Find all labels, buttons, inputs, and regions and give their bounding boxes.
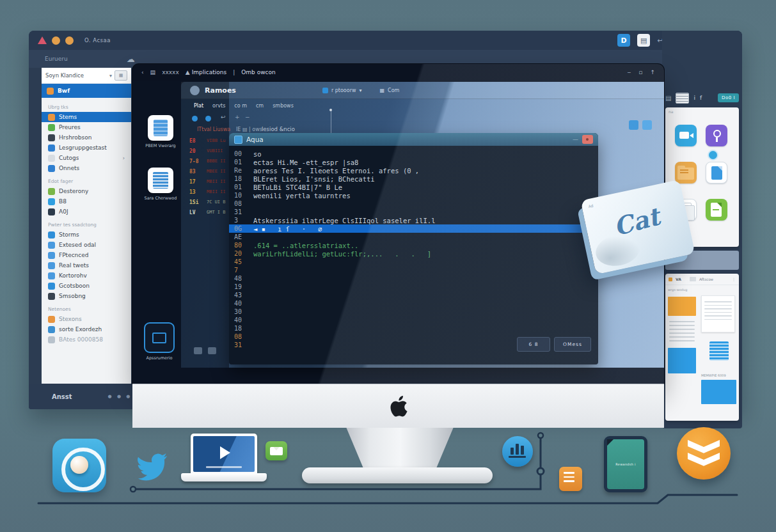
rail-action-button[interactable]: Do0 I [718, 93, 739, 102]
code-line[interactable]: 18 [229, 324, 598, 332]
error-row[interactable]: 13 MBII II [189, 187, 226, 197]
desktop-app-icon[interactable]: Apssrumerio [141, 322, 177, 361]
sidebar-item[interactable]: Gcotsboon [42, 281, 131, 291]
minimize-icon[interactable]: — [573, 136, 578, 143]
plus-icon[interactable]: + [235, 114, 240, 120]
error-row[interactable]: 83 MBEE II [189, 166, 226, 176]
sidebar-item[interactable]: Stems [42, 112, 131, 122]
preview-column-left[interactable]: wrgs-wodug [668, 288, 696, 373]
close-traffic-light[interactable] [38, 36, 47, 44]
menubar-item[interactable]: Implications [192, 69, 227, 75]
green-file-icon[interactable] [706, 199, 727, 221]
code-line[interactable]: 10 weenili yertla taurntres [229, 191, 598, 199]
list-app-icon[interactable]: ▤ [637, 34, 650, 47]
code-line[interactable]: Re aoress Tes I. Ileoets Eternoi. afres … [229, 166, 598, 175]
code-line[interactable]: AE [229, 233, 598, 241]
play-icon[interactable] [220, 446, 230, 459]
download-chevron-badge[interactable] [677, 427, 731, 480]
tablet-device-icon[interactable]: Rewandsh i [604, 436, 647, 492]
breadcrumb[interactable]: ITtval Liuswa [197, 127, 230, 132]
code-line[interactable]: 20 wariLrhfLidelLi; getLuc:flr;,... . . … [229, 249, 598, 258]
toolbar-link[interactable]: ▦ Com [380, 88, 400, 93]
twitter-bird-icon[interactable] [134, 450, 173, 484]
sidebar-item[interactable]: Stexons [42, 314, 131, 324]
blue-square-button[interactable] [629, 120, 638, 130]
sidebar-item[interactable]: A0J [42, 207, 131, 217]
code-line[interactable]: 48 [229, 274, 598, 283]
finder-tab[interactable]: Plat [194, 103, 203, 109]
finder-tab[interactable]: cm [256, 103, 264, 109]
preview-column-right[interactable]: MEMWPIE 6009 [701, 288, 736, 404]
error-row[interactable]: 7-8 BBBE II [189, 156, 226, 166]
sidebar-item[interactable]: Hrshrobson [42, 132, 131, 143]
code-line[interactable]: 43 [229, 291, 598, 299]
error-row[interactable]: 1Si 7C UI B [189, 197, 226, 207]
code-line[interactable]: 01 BETuLBi STC4BI|7" B Le [229, 183, 598, 191]
code-line[interactable]: 80 .614 = ..atlersslatriaxt.. [229, 241, 598, 249]
sidebar-item[interactable]: FPtecnced [42, 250, 131, 260]
undo-icon[interactable]: ↩ [221, 114, 226, 120]
laptop-video-icon[interactable] [191, 434, 257, 474]
location-app-icon[interactable] [706, 125, 727, 146]
folder-app-icon[interactable] [675, 162, 697, 184]
info-glyph[interactable]: i [693, 95, 695, 101]
toolbar-dot-button[interactable] [205, 116, 211, 121]
taskbar-icon[interactable] [194, 347, 202, 354]
code-line[interactable]: 31 [229, 208, 598, 216]
sidebar-item[interactable]: Real twets [42, 260, 131, 270]
sidebar-item[interactable]: Lesgruppgestast [42, 143, 131, 153]
sidebar-item[interactable]: Kortorohv [42, 270, 131, 281]
code-line[interactable]: 00 so [229, 150, 598, 158]
desktop-file-icon[interactable]: Sara Cherwwod [143, 168, 178, 201]
code-line[interactable]: 01 ectas Hi.Me -ett_espr |sa8 [229, 158, 598, 166]
menubar-item[interactable]: xxxxx [162, 69, 179, 75]
sidebar-item[interactable]: Onnets [42, 163, 131, 173]
calendar-icon[interactable] [676, 93, 689, 104]
sidebar-item[interactable]: sorte Exordezh [42, 324, 131, 334]
close-button[interactable] [582, 135, 593, 144]
folder-icon[interactable]: ▤ [665, 95, 671, 102]
cancel-button[interactable]: OMess [554, 337, 591, 352]
video-app-icon[interactable] [675, 125, 697, 146]
zoom-traffic-light[interactable] [65, 36, 74, 45]
sidebar-item[interactable]: Desterony [42, 186, 131, 196]
target-app-icon[interactable] [52, 439, 106, 492]
code-line[interactable]: 40 [229, 316, 598, 324]
code-line[interactable]: 7 [229, 266, 598, 274]
aqua-code-area[interactable]: 00 so 01 ectas Hi.Me -ett_espr |sa8 Re [229, 146, 598, 364]
image-button[interactable]: ▦ [115, 70, 127, 81]
code-line[interactable]: 08 [229, 199, 598, 208]
minimize-icon[interactable]: ‒ [628, 69, 631, 75]
sidebar-item[interactable]: Extesed odal [42, 240, 131, 250]
code-line[interactable]: 30 [229, 308, 598, 316]
minimize-traffic-light[interactable] [52, 36, 60, 45]
sidebar-item[interactable]: Smsobng [42, 291, 131, 301]
document-app-icon[interactable] [706, 162, 727, 184]
toolbar-link[interactable]: r ptooorw ▾ [322, 88, 362, 93]
error-row[interactable]: E8 VIBB Lu [189, 136, 226, 146]
toolbar-dot-button[interactable] [192, 116, 198, 121]
sidebar-item[interactable]: Preures [42, 122, 131, 132]
orange-notes-icon[interactable] [559, 467, 582, 491]
finder-tab[interactable]: smbows [273, 103, 294, 109]
minus-icon[interactable]: − [245, 114, 250, 120]
sidebar-item[interactable]: BAtes 0000858 [42, 334, 131, 345]
kebab-icon[interactable]: ⋮ [732, 277, 736, 281]
sidebar-dropdown[interactable]: Soyn Klandice ▾ ▦ [42, 68, 131, 84]
maximize-icon[interactable]: ▫ [638, 69, 642, 75]
code-line[interactable]: 18 BLEret Lios, I'snsi; BChecatti [229, 175, 598, 183]
error-row[interactable]: 17 MBII II [189, 176, 226, 187]
avatar[interactable] [190, 86, 200, 95]
code-line[interactable]: 45 [229, 258, 598, 266]
sidebar-item[interactable]: Cutogs › [42, 153, 131, 163]
code-line[interactable]: 0G ◄ ▪ ı ſ · ⌀ [229, 224, 598, 233]
finder-tab[interactable]: orvts [212, 103, 225, 109]
sidebar-item[interactable]: B8 [42, 196, 131, 207]
f-glyph[interactable]: f [700, 95, 702, 101]
arrow-up-icon[interactable]: ↑ [650, 69, 655, 75]
blue-square-button[interactable] [642, 120, 652, 130]
taskbar-icon[interactable] [208, 347, 216, 354]
folder-icon[interactable]: ▤ [150, 69, 156, 75]
code-line[interactable]: 19 [229, 283, 598, 291]
back-icon[interactable]: ‹ [141, 69, 144, 75]
